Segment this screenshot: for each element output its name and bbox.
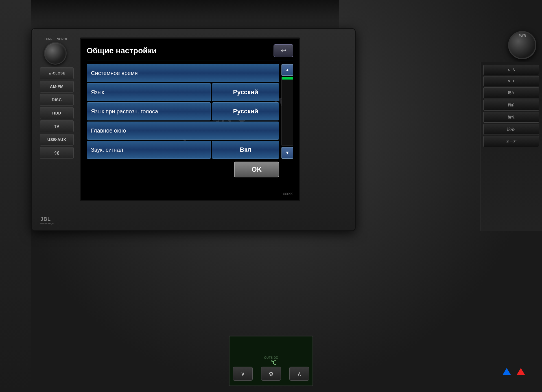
jp-joho-button[interactable]: 情報 [483, 112, 539, 123]
menu-label-main-window[interactable]: Главное окно [87, 122, 279, 140]
temperature-indicators [502, 368, 525, 375]
temp-value: -- [265, 360, 269, 366]
nav-s-up-button[interactable]: ∧ S [483, 65, 539, 75]
jp-audio-button[interactable]: オーデ [483, 136, 539, 147]
jp-audio-label: オーデ [506, 139, 516, 144]
usb-aux-button[interactable]: USB·AUX [40, 134, 74, 146]
close-button[interactable]: ▲·CLOSE [40, 67, 74, 79]
left-control-panel: TUNE SCROLL ▲·CLOSE AM·FM DISC HDD TV US… [37, 38, 77, 224]
screen-header: Общие настройки ↩ [87, 44, 293, 57]
jp-mokuteki-button[interactable]: 目的 [483, 100, 539, 111]
tune-label: TUNE [44, 38, 53, 41]
right-nav-panel: ∧ S ∨ T 現在 目的 情報 設定· オーデ [480, 62, 542, 231]
temp-unit: ℃ [270, 360, 277, 366]
jbl-brand: JBL [40, 216, 54, 222]
back-button[interactable]: ↩ [274, 44, 293, 57]
fan-button[interactable]: ✿ [261, 367, 281, 381]
left-column [0, 0, 31, 392]
red-temp-indicator [517, 368, 525, 375]
blue-temp-indicator [502, 368, 511, 375]
t-down-arrow-icon: ∨ [508, 79, 510, 83]
scroll-up-button[interactable]: ▲ [281, 64, 293, 76]
table-row[interactable]: Язык при распозн. голоса Русский [87, 102, 279, 120]
up-button[interactable]: ∧ [289, 367, 309, 381]
am-fm-button[interactable]: AM·FM [40, 81, 74, 93]
tune-scroll-knob[interactable] [44, 42, 67, 65]
scroll-label: SCROLL [57, 38, 69, 41]
scroll-down-button[interactable]: ▼ [281, 147, 293, 159]
scroll-position-indicator [282, 77, 293, 80]
head-unit-bezel: TUNE SCROLL ▲·CLOSE AM·FM DISC HDD TV US… [31, 28, 356, 231]
menu-value-beep: Вкл [212, 141, 279, 159]
jp-genzai-label: 現在 [508, 91, 515, 95]
jbl-logo: JBL GreenEdge [40, 216, 54, 225]
menu-label-voice-language[interactable]: Язык при распозн. голоса [87, 102, 211, 120]
outside-label: OUTSIDE [264, 356, 278, 359]
jbl-greenedge: GreenEdge [40, 222, 54, 225]
disc-button[interactable]: DISC [40, 94, 74, 106]
menu-label-language[interactable]: Язык [87, 83, 211, 101]
back-arrow-icon: ↩ [281, 47, 286, 54]
knob-label-row: TUNE SCROLL [44, 38, 69, 41]
screen-title: Общие настройки [87, 46, 157, 55]
title-separator [87, 61, 293, 61]
main-screen: PHOTO GROUP Общие настройки ↩ Системное … [80, 38, 300, 201]
s-up-arrow-icon: ∧ [508, 68, 510, 72]
pwr-label: PWR [519, 34, 526, 37]
tune-scroll-knob-container: TUNE SCROLL [44, 38, 69, 65]
nav-t-down-button[interactable]: ∨ T [483, 76, 539, 86]
top-vent-area [28, 0, 339, 31]
screen-content: PHOTO GROUP Общие настройки ↩ Системное … [81, 39, 299, 200]
menu-value-voice-language: Русский [212, 102, 279, 120]
menu-list: Системное время Язык Русский Язык при ра… [87, 64, 281, 159]
scrollbar: ▲ ▼ [281, 64, 293, 159]
table-row[interactable]: Звук. сигнал Вкл [87, 141, 279, 159]
tv-button[interactable]: TV [40, 120, 74, 132]
menu-label-system-time[interactable]: Системное время [87, 64, 279, 82]
jp-genzai-button[interactable]: 現在 [483, 87, 539, 98]
menu-area: Системное время Язык Русский Язык при ра… [87, 64, 293, 159]
menu-value-language: Русский [212, 83, 279, 101]
table-row[interactable]: Системное время [87, 64, 279, 82]
jp-joho-label: 情報 [508, 115, 515, 120]
ok-button[interactable]: OK [234, 162, 279, 177]
pwr-knob[interactable]: PWR [508, 31, 536, 59]
bottom-controls: ∨ ✿ ∧ [233, 367, 309, 381]
menu-label-beep[interactable]: Звук. сигнал [87, 141, 211, 159]
jp-settei-label: 設定· [507, 127, 515, 132]
ok-button-row: OK [87, 162, 293, 177]
serial-number: 100099 [281, 192, 293, 196]
sound-button[interactable]: ·))) [40, 147, 74, 159]
down-button[interactable]: ∨ [233, 367, 253, 381]
jp-mokuteki-label: 目的 [508, 103, 515, 107]
table-row[interactable]: Язык Русский [87, 83, 279, 101]
scroll-track [281, 77, 293, 146]
hdd-button[interactable]: HDD [40, 107, 74, 119]
table-row[interactable]: Главное окно [87, 122, 279, 140]
jp-settei-button[interactable]: 設定· [483, 124, 539, 135]
temp-display: -- ℃ [265, 359, 277, 366]
